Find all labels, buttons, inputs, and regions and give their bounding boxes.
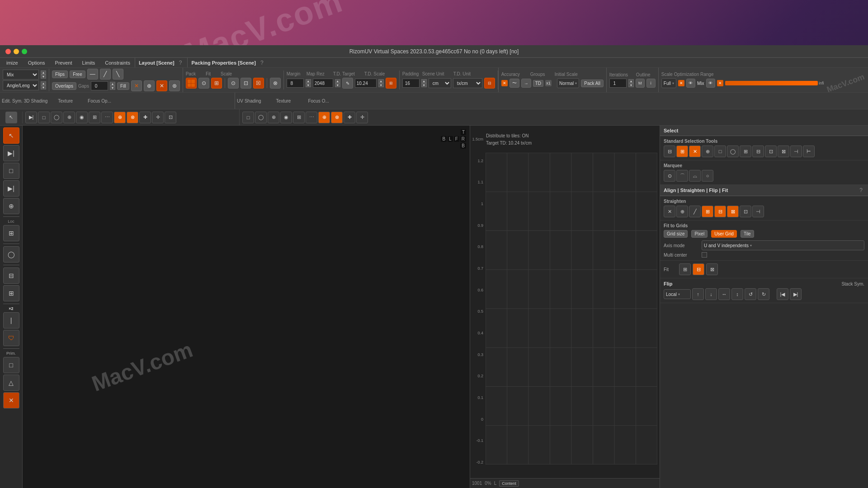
- plus-x-icon[interactable]: ✕: [131, 80, 142, 91]
- local-dropdown[interactable]: Local ▾: [664, 289, 691, 299]
- padding-down[interactable]: ▼: [421, 83, 427, 87]
- flip-tool3[interactable]: ↔: [718, 288, 730, 300]
- wave-icon[interactable]: 〜: [509, 79, 519, 88]
- sel-tool5[interactable]: □: [714, 145, 726, 157]
- uv-icon10[interactable]: ✛: [356, 112, 368, 123]
- margin-down[interactable]: ▼: [306, 83, 311, 87]
- layout-help-btn[interactable]: ?: [177, 60, 184, 66]
- grid-size-btn[interactable]: Grid size: [664, 230, 688, 238]
- str-tool2[interactable]: ⊕: [676, 206, 688, 217]
- grid-tool[interactable]: ⊞: [3, 225, 19, 241]
- 3d-icon12[interactable]: ⊡: [165, 112, 176, 123]
- tile-btn[interactable]: Tile: [741, 230, 754, 238]
- 3d-icon7[interactable]: ⋯: [101, 112, 113, 123]
- iterations-input[interactable]: [609, 79, 627, 88]
- uv-icon5[interactable]: ⊞: [293, 112, 305, 123]
- minimize-button[interactable]: [14, 49, 19, 54]
- full-eye-icon[interactable]: 👁: [686, 79, 695, 88]
- maximize-button[interactable]: [22, 49, 27, 54]
- user-grid-btn[interactable]: User Grid: [711, 230, 737, 238]
- padding-up[interactable]: ▲: [421, 79, 427, 83]
- td-scale-icon[interactable]: ⊞: [386, 78, 396, 89]
- gaps-down[interactable]: ▼: [110, 86, 115, 90]
- fit-btn3[interactable]: ☒: [253, 78, 264, 89]
- axis-mode-dropdown[interactable]: U and V independents ▾: [702, 240, 864, 250]
- marquee-tool1[interactable]: ⊙: [664, 170, 675, 182]
- 3d-icon9[interactable]: ⊗: [127, 112, 138, 123]
- select-tool[interactable]: ↖: [5, 112, 17, 123]
- fill-btn[interactable]: Fill: [117, 82, 129, 90]
- str-tool4[interactable]: ⊞: [702, 206, 713, 217]
- mix-eye-icon[interactable]: 👁: [706, 79, 715, 88]
- menu-constraints[interactable]: Constraints: [103, 60, 132, 66]
- outline-icon2[interactable]: i: [646, 79, 656, 88]
- pack-btn3[interactable]: ⊞: [211, 78, 222, 89]
- rect-sel-tool[interactable]: □: [3, 163, 19, 179]
- menu-limits[interactable]: Limits: [80, 60, 97, 66]
- str-tool3[interactable]: ╱: [689, 206, 701, 217]
- play-tool[interactable]: ▶|: [3, 145, 19, 161]
- fit-btn1[interactable]: ⊙: [228, 78, 239, 89]
- arrow-tool[interactable]: ↖: [3, 127, 19, 144]
- shield-tool[interactable]: 🛡: [3, 330, 19, 346]
- gaps-up[interactable]: ▲: [110, 82, 115, 86]
- map-rez-up[interactable]: ▲: [335, 79, 340, 83]
- outline-icon1[interactable]: M: [636, 79, 645, 88]
- uv-icon1[interactable]: □: [242, 112, 254, 123]
- sel-tool11[interactable]: ⊣: [790, 145, 802, 157]
- packing-help-btn[interactable]: ?: [259, 60, 265, 66]
- flips-icon3[interactable]: ╲: [113, 69, 123, 80]
- 3d-icon5[interactable]: ◉: [76, 112, 88, 123]
- prim-x-tool[interactable]: ✕: [3, 392, 19, 408]
- scale-btn1[interactable]: ⊗: [270, 78, 281, 89]
- td-target-input[interactable]: [355, 79, 377, 88]
- sel-tool10[interactable]: ⊠: [778, 145, 789, 157]
- 3d-icon8[interactable]: ⊕: [114, 112, 126, 123]
- flip-tool2[interactable]: ↓: [705, 288, 717, 300]
- uv-icon7[interactable]: ⊕: [318, 112, 330, 123]
- pin-tool[interactable]: |: [3, 312, 19, 328]
- stack-tool[interactable]: ⊞: [3, 285, 19, 301]
- fit-btn2[interactable]: ⊡: [241, 78, 251, 89]
- flips-icon1[interactable]: —: [87, 69, 98, 80]
- str-tool1[interactable]: ✕: [664, 206, 675, 217]
- angle-up[interactable]: ▲: [41, 81, 46, 85]
- sel-tool12[interactable]: ⊢: [803, 145, 815, 157]
- sel-tool9[interactable]: ⊡: [765, 145, 777, 157]
- mix-x-btn[interactable]: ✕: [717, 80, 723, 86]
- normal-dropdown[interactable]: Normal ▾: [557, 78, 579, 88]
- 3d-icon2[interactable]: □: [38, 112, 50, 123]
- uv-icon8[interactable]: ⊗: [331, 112, 343, 123]
- iter-up[interactable]: ▲: [628, 79, 634, 83]
- scene-unit-select[interactable]: cm: [429, 78, 451, 88]
- accuracy-x-btn[interactable]: ✕: [501, 80, 508, 86]
- iter-down[interactable]: ▼: [628, 83, 634, 87]
- uv-icon3[interactable]: ⊕: [268, 112, 279, 123]
- mix-up[interactable]: ▲: [41, 70, 46, 75]
- marquee-tool3[interactable]: ⌓: [689, 170, 701, 182]
- layout-icon2[interactable]: ⊟: [484, 78, 495, 89]
- margin-up[interactable]: ▲: [306, 79, 311, 83]
- menu-imize[interactable]: imize: [5, 60, 20, 66]
- stack-tool2[interactable]: ▶|: [790, 288, 802, 300]
- str-tool8[interactable]: ⊣: [752, 206, 764, 217]
- margin-input[interactable]: [287, 79, 304, 88]
- pack-btn1[interactable]: [186, 78, 197, 89]
- 3d-icon1[interactable]: ▶|: [25, 112, 37, 123]
- map-rez-down[interactable]: ▼: [335, 83, 340, 87]
- str-tool7[interactable]: ⊡: [740, 206, 751, 217]
- padding-input[interactable]: [402, 79, 420, 88]
- marquee-tool2[interactable]: ⌒: [676, 170, 688, 182]
- gaps-input[interactable]: [91, 81, 108, 90]
- free-btn[interactable]: Free: [70, 70, 85, 78]
- arrows-center-icon[interactable]: ⊕: [144, 80, 155, 91]
- x1-btn[interactable]: x1: [545, 80, 552, 86]
- 3d-icon11[interactable]: ✛: [152, 112, 164, 123]
- flip-tool6[interactable]: ↻: [758, 288, 769, 300]
- menu-prevent[interactable]: Prevent: [53, 60, 74, 66]
- prim-rect-tool[interactable]: □: [3, 357, 19, 373]
- menu-options[interactable]: Options: [26, 60, 47, 66]
- prim-tri-tool[interactable]: △: [3, 375, 19, 391]
- close-button[interactable]: [5, 49, 11, 54]
- tile-tool[interactable]: ⊟: [3, 267, 19, 284]
